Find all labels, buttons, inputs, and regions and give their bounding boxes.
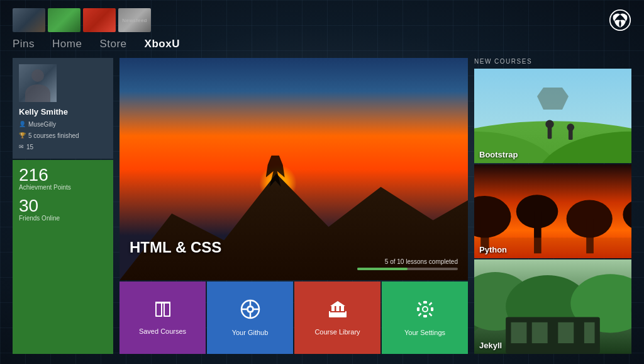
profile-messages-row: ✉ 15 xyxy=(19,142,107,152)
svg-point-19 xyxy=(423,307,427,311)
progress-bar-fill xyxy=(357,268,408,270)
achievement-label: Achievment Points xyxy=(19,184,107,191)
settings-icon xyxy=(415,299,435,324)
course-library-label: Course Library xyxy=(314,328,360,336)
hero-sky-bg xyxy=(119,58,468,169)
svg-rect-21 xyxy=(423,315,427,317)
github-tile[interactable]: Your Github xyxy=(207,282,293,354)
jekyll-course-name: Jekyll xyxy=(479,341,502,350)
nav: Pins Home Store XboxU xyxy=(0,38,644,50)
profile-messages: 15 xyxy=(26,142,33,152)
hero-image[interactable]: HTML & CSS 5 of 10 lessons completed xyxy=(119,58,468,280)
profile-info: 👤 MuseGilly 🏆 5 courses finished ✉ 15 xyxy=(19,119,107,152)
python-bg xyxy=(474,164,631,259)
friends-label: Friends Online xyxy=(19,215,107,222)
bootstrap-course-name: Bootstrap xyxy=(479,150,518,159)
svg-rect-5 xyxy=(155,302,170,304)
top-bar: Newsfeed xyxy=(0,0,644,38)
nav-pins[interactable]: Pins xyxy=(13,38,35,50)
main-layout: Kelly Smithe 👤 MuseGilly 🏆 5 courses fin… xyxy=(0,58,644,354)
github-label: Your Github xyxy=(232,329,269,336)
achievement-stat: 216 Achievment Points xyxy=(19,166,107,191)
svg-rect-49 xyxy=(511,322,526,343)
achievement-points: 216 xyxy=(19,166,107,184)
bootstrap-bg xyxy=(474,69,631,163)
settings-tile[interactable]: Your Settings xyxy=(382,282,468,354)
svg-rect-50 xyxy=(532,322,548,343)
nav-home[interactable]: Home xyxy=(52,38,82,50)
course-card-bootstrap[interactable]: Bootstrap xyxy=(474,69,631,163)
settings-label: Your Settings xyxy=(404,329,445,336)
new-courses-label: NEW COURSES xyxy=(474,58,631,65)
xbox-logo-icon xyxy=(609,9,631,31)
profile-name: Kelly Smithe xyxy=(19,107,107,117)
svg-rect-4 xyxy=(165,303,169,316)
profile-courses-row: 🏆 5 courses finished xyxy=(19,130,107,141)
left-panel: Kelly Smithe 👤 MuseGilly 🏆 5 courses fin… xyxy=(13,58,113,354)
library-icon xyxy=(328,300,348,323)
friends-count: 30 xyxy=(19,197,107,215)
course-card-python[interactable]: Python xyxy=(474,164,631,259)
right-panel: NEW COURSES xyxy=(474,58,631,354)
saved-courses-label: Saved Courses xyxy=(139,327,186,335)
hero-progress: 5 of 10 lessons completed xyxy=(357,258,458,270)
profile-username: MuseGilly xyxy=(28,119,56,130)
friends-stat: 30 Friends Online xyxy=(19,197,107,222)
center-panel: HTML & CSS 5 of 10 lessons completed xyxy=(119,58,468,354)
green-section: 216 Achievment Points 30 Friends Online xyxy=(13,160,113,354)
hero-course-title: HTML & CSS xyxy=(130,239,221,256)
thumbnail-2[interactable] xyxy=(48,8,80,32)
svg-point-31 xyxy=(567,123,574,131)
thumbnail-4[interactable]: Newsfeed xyxy=(118,8,151,32)
svg-rect-20 xyxy=(423,301,427,304)
github-icon xyxy=(240,299,260,324)
top-thumbnails: Newsfeed xyxy=(13,8,151,32)
thumbnail-1[interactable] xyxy=(13,8,45,32)
nav-store[interactable]: Store xyxy=(99,38,126,50)
svg-rect-22 xyxy=(417,307,419,311)
svg-point-8 xyxy=(248,307,252,311)
nav-xboxu[interactable]: XboxU xyxy=(145,38,180,50)
profile-section: Kelly Smithe 👤 MuseGilly 🏆 5 courses fin… xyxy=(13,58,113,159)
saved-courses-tile[interactable]: Saved Courses xyxy=(119,282,206,354)
svg-rect-3 xyxy=(157,303,161,316)
svg-point-29 xyxy=(545,120,553,128)
svg-rect-23 xyxy=(431,307,433,311)
avatar xyxy=(19,64,57,102)
profile-username-row: 👤 MuseGilly xyxy=(19,119,107,130)
thumbnail-3[interactable] xyxy=(83,8,116,32)
svg-rect-52 xyxy=(584,322,595,343)
svg-rect-17 xyxy=(330,311,345,312)
action-tiles: Saved Courses Your xyxy=(119,282,468,354)
course-library-tile[interactable]: Course Library xyxy=(294,282,380,354)
progress-text: 5 of 10 lessons completed xyxy=(357,258,458,265)
python-course-name: Python xyxy=(479,245,507,254)
svg-rect-51 xyxy=(558,322,574,343)
course-card-jekyll[interactable]: Jekyll xyxy=(474,259,631,354)
jekyll-bg xyxy=(474,259,631,354)
progress-bar-bg xyxy=(357,268,458,270)
profile-courses: 5 courses finished xyxy=(28,130,79,141)
book-icon xyxy=(153,300,173,322)
